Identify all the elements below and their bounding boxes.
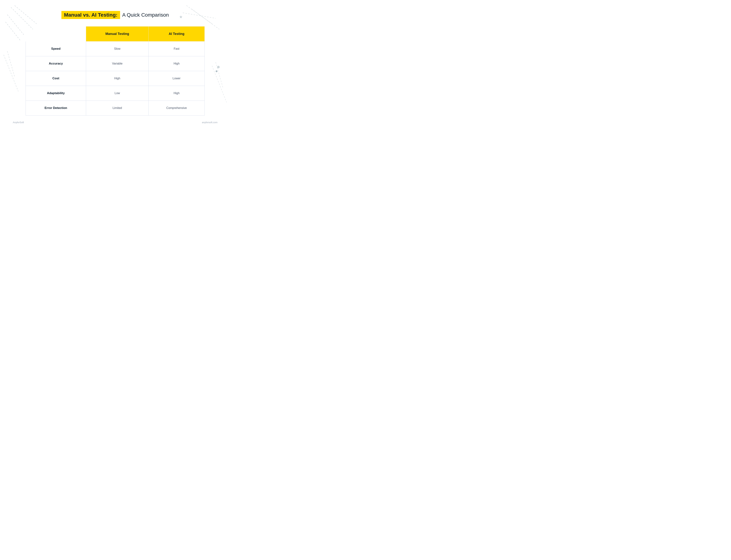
svg-line-9	[212, 66, 227, 102]
svg-line-3	[5, 22, 20, 40]
row-manual-3: Low	[86, 86, 149, 101]
dot-decoration-2	[216, 70, 217, 72]
header-manual-testing: Manual Testing	[86, 27, 149, 41]
header-empty-cell	[26, 27, 86, 41]
row-ai-2: Lower	[149, 71, 205, 86]
table-header-row: Manual Testing AI Testing	[26, 27, 205, 41]
svg-line-7	[4, 55, 18, 91]
row-ai-3: High	[149, 86, 205, 101]
svg-line-8	[7, 51, 15, 77]
comparison-table: Manual Testing AI Testing SpeedSlowFastA…	[26, 26, 205, 116]
row-ai-1: High	[149, 56, 205, 71]
header-ai-testing: AI Testing	[149, 27, 205, 41]
title-area: Manual vs. AI Testing: A Quick Compariso…	[11, 11, 219, 19]
table-row: SpeedSlowFast	[26, 41, 205, 56]
row-manual-0: Slow	[86, 41, 149, 56]
table-row: CostHighLower	[26, 71, 205, 86]
title-highlighted: Manual vs. AI Testing:	[61, 11, 120, 19]
dot-decoration-1	[217, 66, 220, 68]
page-wrapper: ★ Manual vs. AI Testing: A Quick Compari…	[0, 0, 230, 172]
row-feature-error-detection: Error Detection	[26, 101, 86, 115]
table-container: Manual Testing AI Testing SpeedSlowFastA…	[26, 26, 205, 116]
footer-brand: AnyforSoft	[13, 121, 24, 124]
row-feature-speed: Speed	[26, 41, 86, 56]
table-row: Error DetectionLimitedComprehensive	[26, 101, 205, 115]
row-feature-accuracy: Accuracy	[26, 56, 86, 71]
footer: AnyforSoft anyforsoft.com	[11, 121, 219, 124]
star-decoration: ★	[179, 15, 183, 19]
svg-line-10	[216, 62, 223, 88]
table-row: AccuracyVariableHigh	[26, 56, 205, 71]
table-row: AdaptabilityLowHigh	[26, 86, 205, 101]
row-manual-4: Limited	[86, 101, 149, 115]
row-ai-0: Fast	[149, 41, 205, 56]
footer-url: anyforsoft.com	[202, 121, 217, 124]
row-ai-4: Comprehensive	[149, 101, 205, 115]
title-plain: A Quick Comparison	[122, 12, 169, 18]
row-manual-2: High	[86, 71, 149, 86]
row-feature-cost: Cost	[26, 71, 86, 86]
row-manual-1: Variable	[86, 56, 149, 71]
row-feature-adaptability: Adaptability	[26, 86, 86, 101]
